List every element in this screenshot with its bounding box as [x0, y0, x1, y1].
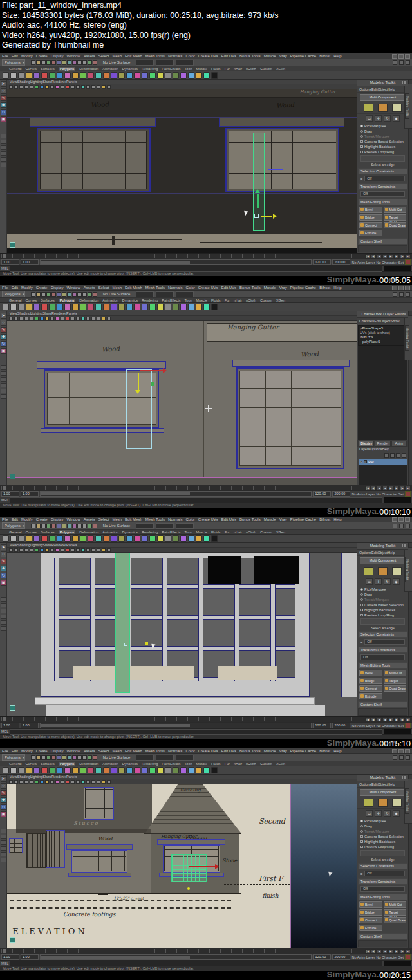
- sidebar-vertical-tab[interactable]: Modeling Toolkit: [405, 788, 409, 814]
- viewport[interactable]: [7, 553, 357, 716]
- shelf-icon[interactable]: [3, 535, 9, 542]
- shelf-icon[interactable]: [57, 535, 63, 542]
- command-input[interactable]: [10, 729, 382, 735]
- panel-menu-item[interactable]: Lighting: [30, 543, 42, 547]
- menu-item[interactable]: Mesh: [112, 286, 122, 290]
- multi-component-button[interactable]: Multi Component: [360, 94, 406, 101]
- rotate-tool-icon[interactable]: ↻: [1, 341, 6, 347]
- edge-mode-icon[interactable]: [378, 799, 388, 807]
- shelf-tab[interactable]: Surfaces: [41, 299, 55, 302]
- status-icon[interactable]: [62, 524, 66, 528]
- status-icon[interactable]: [82, 60, 87, 65]
- menu-item[interactable]: Normals: [168, 286, 182, 290]
- status-icon[interactable]: [31, 524, 35, 528]
- coord-field-y[interactable]: [156, 523, 174, 529]
- shelf-tab[interactable]: Animation: [102, 299, 118, 302]
- layout-uv-editor-icon[interactable]: [1, 858, 6, 862]
- manipulator-y-axis[interactable]: [138, 373, 139, 391]
- rotate-icon[interactable]: ↻: [384, 810, 391, 817]
- mel-label[interactable]: MEL: [1, 266, 8, 270]
- current-time-indicator[interactable]: [3, 254, 6, 258]
- panel-menu-item[interactable]: View: [10, 80, 17, 84]
- panel-toolbar-icon[interactable]: [14, 85, 18, 89]
- panel-toolbar-icon[interactable]: [66, 85, 70, 89]
- shelf-icon[interactable]: [49, 767, 55, 773]
- shelf-icon[interactable]: [103, 72, 109, 79]
- option-highlight-backfaces[interactable]: ✓Highlight Backfaces: [357, 838, 408, 844]
- status-icon[interactable]: [77, 524, 82, 528]
- status-icon[interactable]: [46, 60, 51, 65]
- shelf-tab[interactable]: Rendering: [142, 530, 158, 534]
- mesh-editing-tools-header[interactable]: Mesh Editing Tools: [358, 199, 407, 205]
- step-fwd-frame-icon[interactable]: |▶: [400, 949, 405, 954]
- time-slider-ticks[interactable]: [1, 717, 362, 721]
- marquee-select-icon[interactable]: ▭: [366, 115, 373, 122]
- anim-end-field[interactable]: 200.00: [332, 954, 350, 960]
- menu-item[interactable]: Display: [51, 749, 64, 753]
- shelf-icon[interactable]: [26, 535, 32, 542]
- multi-cut-button[interactable]: Multi-Cut: [384, 901, 407, 908]
- shelf-tab[interactable]: XGen: [276, 530, 285, 534]
- paint-select-tool-icon[interactable]: ✎: [1, 790, 6, 796]
- selection-constraint-value[interactable]: Off: [364, 176, 405, 181]
- bevel-button[interactable]: Bevel: [359, 207, 382, 213]
- range-slider[interactable]: [40, 259, 312, 265]
- menu-set-dropdown[interactable]: Polygons: [2, 754, 25, 761]
- menu-item[interactable]: Bonus Tools: [239, 517, 261, 521]
- new-layer-icon[interactable]: [384, 453, 389, 458]
- shelf-icon[interactable]: [10, 767, 17, 773]
- layout-single-pane-icon[interactable]: [1, 365, 6, 370]
- shelf-icon[interactable]: [49, 304, 55, 310]
- lasso-tool-icon[interactable]: ◌: [1, 320, 6, 326]
- shelf-tab[interactable]: Curves: [26, 67, 37, 71]
- shelf-tab[interactable]: Custom: [260, 299, 272, 302]
- layout-hypershade-icon[interactable]: [1, 620, 6, 625]
- rotate-icon[interactable]: ↻: [384, 115, 391, 122]
- manipulator-y-handle[interactable]: [187, 887, 190, 890]
- face-mode-icon[interactable]: [392, 104, 402, 112]
- menu-item[interactable]: Assets: [84, 286, 95, 290]
- status-icon[interactable]: [67, 292, 71, 297]
- mtk-menu-item[interactable]: Help: [388, 88, 395, 91]
- shelf-tab[interactable]: Polygons: [59, 762, 76, 766]
- menu-item[interactable]: Vray: [279, 286, 287, 290]
- panel-toolbar-icon[interactable]: [45, 548, 49, 552]
- step-back-key-icon[interactable]: ◀: [377, 717, 382, 722]
- playback-end-field[interactable]: 120.00: [313, 491, 331, 497]
- maximize-icon[interactable]: [398, 54, 404, 59]
- shelf-icon[interactable]: [80, 767, 86, 773]
- sidebar-vertical-tab[interactable]: Modeling Toolkit: [405, 325, 409, 351]
- shelf-icon[interactable]: [173, 304, 179, 310]
- shelf-tab[interactable]: nCloth: [246, 67, 256, 71]
- transform-constraints-header[interactable]: Transform Constraints: [358, 647, 407, 653]
- option-drag[interactable]: Drag: [357, 591, 408, 596]
- attribute-editor-toggle-icon[interactable]: [406, 292, 410, 297]
- status-icon[interactable]: [88, 524, 92, 528]
- manipulator-center-handle[interactable]: [124, 643, 127, 646]
- shelf-tab[interactable]: General: [9, 67, 22, 71]
- layout-persp-outliner-icon[interactable]: [1, 840, 6, 845]
- layer-menu-item[interactable]: Help: [382, 447, 389, 451]
- shelf-tab[interactable]: Custom: [260, 762, 272, 766]
- shelf-icon[interactable]: [111, 767, 117, 773]
- manipulator-x-arrow[interactable]: [215, 864, 219, 869]
- playback-end-field[interactable]: 120.00: [313, 954, 331, 960]
- menu-item[interactable]: Muscle: [264, 54, 276, 58]
- menu-item[interactable]: Edit UVs: [221, 286, 236, 290]
- transform-constraint-value[interactable]: Off: [360, 191, 405, 197]
- shelf-icon[interactable]: [126, 72, 133, 79]
- mesh-editing-tools-header[interactable]: Mesh Editing Tools: [358, 662, 407, 669]
- layout-uv-editor-icon[interactable]: [1, 626, 6, 631]
- bridge-button[interactable]: Bridge: [359, 678, 382, 684]
- shelf-icon[interactable]: [80, 535, 86, 542]
- manipulator-y-arrow[interactable]: [255, 189, 260, 193]
- panel-toolbar-icon[interactable]: [40, 780, 44, 784]
- close-icon[interactable]: [405, 749, 410, 753]
- menu-item[interactable]: Window: [66, 749, 80, 753]
- quad-draw-button[interactable]: Quad Draw: [384, 917, 407, 923]
- sidebar-vertical-tab[interactable]: Modeling Toolkit: [405, 557, 409, 582]
- option-preview-loop-ring[interactable]: Preview Loop/Ring: [357, 149, 408, 154]
- panel-toolbar-icon[interactable]: [30, 85, 33, 89]
- maximize-icon[interactable]: [398, 749, 404, 753]
- playback-end-field[interactable]: 120.00: [313, 259, 331, 265]
